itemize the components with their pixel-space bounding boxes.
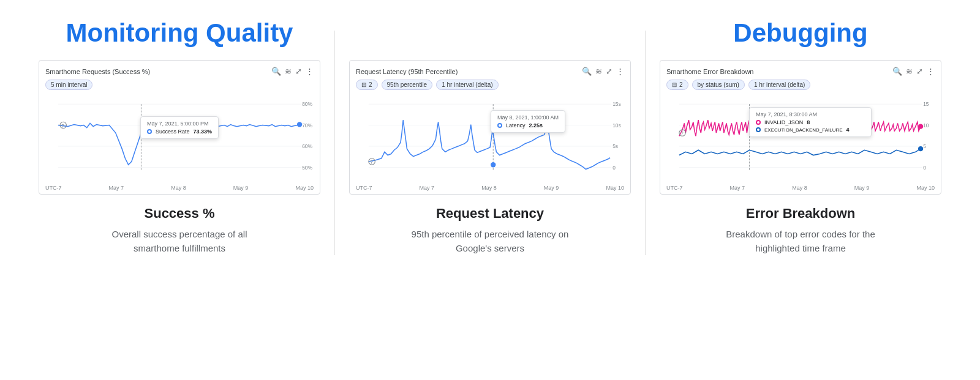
chart-filters-2: ⊟ 2 95th percentile 1 hr interval (delta… [356,80,624,90]
chart-area-3: 15 10 5 0 ? May 7, 2021, 8:30:00 AM [666,95,935,184]
tooltip-dot-2 [497,123,502,128]
metric-desc-success: Overall success percentage of all smarth… [88,228,271,255]
tooltip-label-3-0: INVALID_JSON [764,119,803,125]
chart-tooltip-1: May 7, 2021, 5:00:00 PM Success Rate 73.… [140,116,219,139]
svg-text:0: 0 [612,165,616,171]
svg-text:5: 5 [923,143,926,149]
chart-error-breakdown: Smarthome Error Breakdown 🔍 ≋ ⤢ ⋮ ⊟ 2 by… [660,60,941,195]
svg-text:?: ? [370,159,373,165]
x-label-3-0: UTC-7 [666,185,683,191]
line-chart-success: 80% 70% 60% 50% ? [45,95,314,184]
svg-point-34 [918,146,923,151]
svg-text:5s: 5s [612,143,618,149]
search-icon-2[interactable]: 🔍 [582,67,592,76]
metric-title-success: Success % [145,206,215,222]
x-label-2-1: May 7 [420,185,435,191]
section-title-debugging: Debugging [733,12,867,48]
filter-chip-count[interactable]: ⊟ 2 [356,80,378,90]
svg-point-9 [297,122,302,127]
search-icon-3[interactable]: 🔍 [892,67,902,76]
svg-text:0: 0 [923,165,926,171]
svg-text:10: 10 [923,122,929,129]
metric-desc-latency: 95th percentile of perceived latency on … [398,228,582,255]
search-icon[interactable]: 🔍 [271,67,281,76]
filter-icon-3: ⊟ [672,81,677,88]
x-label-4: May 10 [295,185,314,191]
chart-footer-2: UTC-7 May 7 May 8 May 9 May 10 [356,185,624,191]
more-icon[interactable]: ⋮ [306,67,314,76]
x-label-3-2: May 8 [792,185,807,191]
metric-title-error: Error Breakdown [746,206,856,222]
chart-latency: Request Latency (95th Percentile) 🔍 ≋ ⤢ … [349,60,631,195]
x-label-2: May 8 [171,185,186,191]
tooltip-date-3: May 7, 2021, 8:30:00 AM [756,111,865,117]
more-icon-3[interactable]: ⋮ [927,67,935,76]
tooltip-date-1: May 7, 2021, 5:00:00 PM [147,121,212,127]
svg-text:10s: 10s [612,122,620,129]
svg-text:15s: 15s [612,101,620,107]
metric-desc-error: Breakdown of top error codes for the hig… [709,228,892,255]
x-label-2-2: May 8 [481,185,497,191]
filter-chip-delta-3[interactable]: 1 hr interval (delta) [748,80,810,90]
filter-chip-status[interactable]: by status (sum) [692,80,745,90]
tooltip-dot-pink [756,120,761,125]
tooltip-series-1: Success Rate [156,129,190,135]
tooltip-label-3-1: EXECUTION_BACKEND_FAILURE [764,127,843,133]
filter-chip-interval[interactable]: 5 min interval [45,80,92,90]
svg-text:50%: 50% [302,165,312,171]
tooltip-date-2: May 8, 2021, 1:00:00 AM [497,114,559,121]
chart-header-3: Smarthome Error Breakdown 🔍 ≋ ⤢ ⋮ [666,67,935,76]
chart-toolbar-3[interactable]: 🔍 ≋ ⤢ ⋮ [892,67,935,76]
x-label-0: UTC-7 [45,185,62,191]
svg-text:15: 15 [923,101,929,107]
expand-icon[interactable]: ⤢ [295,67,302,76]
chart-toolbar-1[interactable]: 🔍 ≋ ⤢ ⋮ [271,67,314,76]
chart-area-2: 15s 10s 5s 0 ? May 8, 2021, 1:00:00 AM [356,95,624,184]
expand-icon-2[interactable]: ⤢ [606,67,612,76]
svg-text:80%: 80% [302,101,312,107]
chart-header-1: Smarthome Requests (Success %) 🔍 ≋ ⤢ ⋮ [45,67,314,76]
tooltip-row-3-1: EXECUTION_BACKEND_FAILURE 4 [756,127,865,133]
section-monitoring-quality: Monitoring Quality Smarthome Requests (S… [24,12,334,255]
line-chart-latency: 15s 10s 5s 0 ? [356,95,624,184]
section-debugging: Debugging Smarthome Error Breakdown 🔍 ≋ … [646,12,956,255]
tooltip-series-2: Latency [506,122,526,129]
chart-title-2: Request Latency (95th Percentile) [356,68,458,75]
chart-footer-3: UTC-7 May 7 May 8 May 9 May 10 [666,185,935,191]
tooltip-dot-1 [147,129,152,134]
tooltip-val-3-1: 4 [846,127,850,133]
chart-title-3: Smarthome Error Breakdown [666,68,753,75]
x-label-2-4: May 10 [606,185,624,191]
filter-chip-count-3[interactable]: ⊟ 2 [666,80,688,90]
tooltip-row-3-0: INVALID_JSON 8 [756,119,865,125]
x-label-3-3: May 9 [854,185,870,191]
tooltip-row-1: Success Rate 73.33% [147,129,212,135]
x-label-3: May 9 [233,185,249,191]
svg-point-33 [918,124,923,129]
tooltip-value-2: 2.25s [529,122,543,129]
section-title-monitoring: Monitoring Quality [66,12,293,48]
filter-value-2: 2 [369,81,372,88]
chart-title-1: Smarthome Requests (Success %) [45,68,150,75]
filter-chip-delta[interactable]: 1 hr interval (delta) [436,80,498,90]
legend-icon-2[interactable]: ≋ [595,67,602,76]
chart-success-rate: Smarthome Requests (Success %) 🔍 ≋ ⤢ ⋮ 5… [39,60,320,195]
section-request-latency: Monitoring Quality Request Latency (95th… [335,12,645,255]
x-label-3-4: May 10 [916,185,935,191]
svg-text:70%: 70% [302,122,312,129]
filter-value-3: 2 [679,81,683,88]
x-label-2-3: May 9 [544,185,559,191]
svg-text:?: ? [680,130,684,136]
tooltip-val-3-0: 8 [807,119,810,125]
chart-filters-1: 5 min interval [45,80,314,90]
chart-toolbar-2[interactable]: 🔍 ≋ ⤢ ⋮ [582,67,624,76]
legend-icon-3[interactable]: ≋ [906,67,913,76]
x-label-1: May 7 [109,185,124,191]
filter-chip-percentile[interactable]: 95th percentile [382,80,433,90]
legend-icon[interactable]: ≋ [285,67,292,76]
more-icon-2[interactable]: ⋮ [616,67,624,76]
expand-icon-3[interactable]: ⤢ [916,67,923,76]
filter-icon-2: ⊟ [361,81,366,88]
metric-title-latency: Request Latency [436,206,544,222]
chart-area-1: 80% 70% 60% 50% ? May 7, 2021, 5:00:00 P… [45,95,314,184]
